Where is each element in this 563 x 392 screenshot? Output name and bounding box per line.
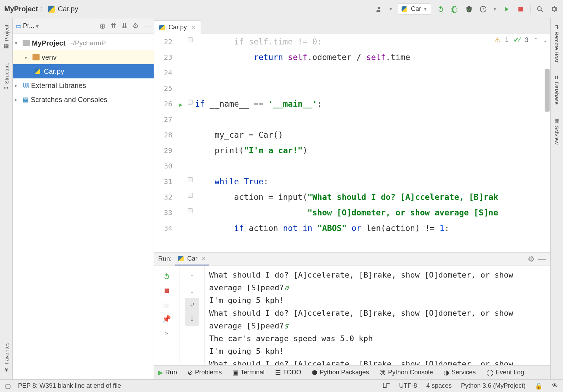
- gear-icon[interactable]: [550, 5, 559, 14]
- console-line: I'm going 5 kph!: [209, 294, 546, 307]
- gear-icon[interactable]: ⚙: [132, 22, 139, 31]
- bottom-tool-bar: ▶Run ⊘Problems ▣Terminal ☰TODO ⬢Python P…: [154, 365, 550, 379]
- remote-icon: ⇄: [554, 25, 560, 29]
- sidebar-remote-tab[interactable]: ⇄Remote Host: [554, 18, 560, 69]
- star-icon: ★: [3, 367, 10, 373]
- tool-problems[interactable]: ⊘Problems: [188, 369, 222, 376]
- pin-icon[interactable]: 📌: [160, 312, 174, 326]
- lock-icon[interactable]: 🔒: [535, 382, 543, 390]
- gear-icon[interactable]: ⚙: [528, 255, 535, 264]
- rerun-icon[interactable]: [436, 5, 445, 14]
- more-icon[interactable]: »: [160, 326, 174, 340]
- tree-file-car[interactable]: Car.py: [13, 64, 154, 78]
- tree-root-path: ~/PycharmP: [69, 37, 106, 49]
- sidebar-favorites-tab[interactable]: ★Favorites: [3, 336, 10, 379]
- editor-tab-car[interactable]: Car.py ✕: [154, 20, 201, 34]
- python-icon: [402, 6, 407, 12]
- tree-venv[interactable]: ▸ venv: [13, 50, 154, 64]
- fold-handle[interactable]: [188, 177, 193, 182]
- sciview-icon: ▦: [554, 117, 560, 124]
- status-indent[interactable]: 4 spaces: [426, 382, 452, 390]
- editor-tab-row: Car.py ✕: [154, 18, 550, 34]
- user-add-icon[interactable]: [374, 5, 384, 14]
- chevron-right-icon: ▸: [15, 79, 20, 92]
- run-line-icon[interactable]: ▶: [179, 101, 183, 108]
- breadcrumb-project[interactable]: MyProject: [4, 5, 38, 13]
- scratches-icon: ▤: [23, 93, 29, 106]
- close-icon[interactable]: ✕: [201, 255, 206, 262]
- code-editor[interactable]: 22232425262728293031323334 ▶ if self.tim…: [154, 34, 550, 252]
- attach-icon[interactable]: [502, 5, 511, 14]
- database-icon: ≣: [554, 75, 560, 80]
- sidebar-structure-tab[interactable]: ⠿Structure: [3, 56, 10, 96]
- tool-services[interactable]: ◑Services: [444, 369, 476, 376]
- soft-wrap-icon[interactable]: ⤶: [185, 298, 199, 312]
- scroll-to-end-icon[interactable]: ⤓: [185, 312, 199, 326]
- down-icon[interactable]: ↓: [185, 284, 199, 298]
- fold-handle[interactable]: [188, 208, 193, 213]
- tree-external-libraries[interactable]: ▸ 𝗹𝗹𝗹 External Libraries: [13, 78, 154, 93]
- code-content[interactable]: if self.time != 0: return self.odometer …: [195, 34, 550, 252]
- debug-icon[interactable]: [450, 5, 460, 14]
- breadcrumb[interactable]: MyProject 〉 Car.py: [4, 4, 78, 14]
- locate-icon[interactable]: ⊕: [99, 22, 106, 31]
- stop-icon[interactable]: [160, 284, 174, 298]
- sidebar-database-tab[interactable]: ≣Database: [554, 69, 560, 111]
- status-line-sep[interactable]: LF: [383, 382, 390, 390]
- inspection-widget[interactable]: ⚠1 ✔⁄3 ⌃ ⌄: [494, 36, 547, 44]
- chevron-up-icon[interactable]: ⌃: [533, 37, 538, 43]
- tool-console[interactable]: ⌘Python Console: [380, 369, 433, 376]
- rerun-icon[interactable]: [160, 269, 174, 284]
- tool-terminal[interactable]: ▣Terminal: [232, 369, 265, 376]
- close-icon[interactable]: ✕: [191, 24, 196, 31]
- inspection-icon[interactable]: 👁: [552, 382, 558, 390]
- run-tool-window: Run: Car ✕ ⚙ — ▤ 📌 » ↑: [154, 252, 550, 365]
- coverage-icon[interactable]: [464, 5, 474, 14]
- run-config-selector[interactable]: Car ▼: [398, 4, 431, 14]
- tool-todo[interactable]: ☰TODO: [275, 369, 301, 376]
- stop-icon[interactable]: [516, 5, 525, 14]
- svg-rect-1: [518, 7, 523, 11]
- status-interpreter[interactable]: Python 3.6 (MyProject): [461, 382, 526, 390]
- search-icon[interactable]: [535, 5, 545, 14]
- run-tab-car[interactable]: Car ✕: [175, 253, 209, 266]
- project-panel-header: ▭ Pr... ▾ ⊕ ⇈ ⇊ ⚙ —: [13, 18, 154, 34]
- chevron-down-icon: ▾: [36, 22, 39, 30]
- chevron-down-icon[interactable]: ⌄: [543, 37, 547, 43]
- fold-handle[interactable]: [188, 37, 193, 42]
- tree-root[interactable]: ▾ MyProject ~/PycharmP: [13, 36, 154, 50]
- chevron-down-icon[interactable]: ▼: [493, 7, 497, 12]
- minimize-icon[interactable]: —: [538, 255, 546, 264]
- sidebar-project-tab[interactable]: ▦Project: [3, 18, 10, 56]
- project-tree: ▾ MyProject ~/PycharmP ▸ venv Car.py ▸ 𝗹…: [13, 34, 154, 109]
- packages-icon: ⬢: [312, 369, 318, 376]
- tree-scratches[interactable]: ▸ ▤ Scratches and Consoles: [13, 93, 154, 107]
- python-icon: ⌘: [380, 369, 386, 376]
- project-panel-title[interactable]: ▭ Pr... ▾: [16, 22, 39, 30]
- tree-extlib-label: External Libraries: [31, 79, 86, 92]
- collapse-all-icon[interactable]: ⇊: [122, 22, 128, 31]
- python-file-icon: [159, 25, 165, 30]
- console-line: What should I do? [A]ccelerate, [B]rake,…: [209, 307, 546, 332]
- status-message: PEP 8: W391 blank line at end of file: [18, 382, 121, 390]
- tool-run[interactable]: ▶Run: [158, 369, 177, 376]
- fold-handle[interactable]: [188, 100, 193, 105]
- fold-handle[interactable]: [188, 193, 193, 198]
- status-encoding[interactable]: UTF-8: [399, 382, 417, 390]
- layout-icon[interactable]: ▤: [160, 298, 174, 312]
- expand-all-icon[interactable]: ⇈: [111, 22, 117, 31]
- tool-eventlog[interactable]: ◯Event Log: [486, 369, 524, 376]
- tool-packages[interactable]: ⬢Python Packages: [312, 369, 369, 376]
- eventlog-icon: ◯: [486, 369, 493, 376]
- breadcrumb-file[interactable]: Car.py: [58, 5, 78, 13]
- project-icon: ▦: [3, 43, 10, 50]
- chevron-down-icon[interactable]: ▼: [389, 7, 393, 12]
- python-file-icon: [48, 6, 55, 13]
- run-gutter: ▶: [175, 34, 186, 252]
- minimize-icon[interactable]: —: [144, 22, 151, 31]
- toolwindows-icon[interactable]: ▢: [5, 382, 11, 390]
- sidebar-sciview-tab[interactable]: ▦SciView: [554, 111, 560, 151]
- up-icon[interactable]: ↑: [185, 269, 199, 284]
- editor-scrollbar[interactable]: [545, 69, 550, 112]
- profile-icon[interactable]: [479, 5, 488, 14]
